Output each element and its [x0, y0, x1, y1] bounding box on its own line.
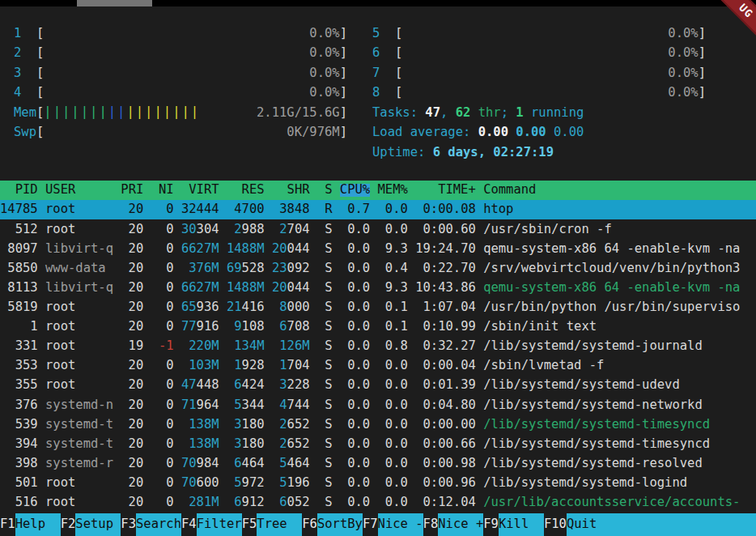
res-cell: 21416 — [227, 301, 265, 314]
process-row[interactable]: 512root2003030429882704S0.00.00:00.60/us… — [0, 219, 756, 239]
fkey-label-kill[interactable]: Kill — [499, 513, 544, 536]
cpu-percent-cell: 0.0 — [340, 496, 370, 509]
load-average-line-segment: 0.00 — [516, 126, 546, 139]
fkey-label-tree[interactable]: Tree — [257, 513, 302, 536]
fkey-f5[interactable]: F5 — [242, 513, 257, 536]
fkey-f8[interactable]: F8 — [423, 513, 439, 536]
virt-cell: 30304 — [181, 223, 219, 236]
virt-magnitude: 32 — [181, 202, 197, 216]
memory-meter: Mem[|||||||||||||||||2.11G/15.6G] — [14, 103, 347, 123]
fkey-label-nice-[interactable]: Nice + — [438, 513, 483, 536]
shr-cell: 23092 — [272, 262, 310, 275]
col-header-pri[interactable]: PRI — [121, 184, 143, 197]
fkey-f7[interactable]: F7 — [363, 513, 378, 536]
fkey-label-filter[interactable]: Filter — [197, 513, 242, 536]
time-cell: 0:00.66 — [408, 438, 483, 451]
cpu-percent-cell: 0.0 — [340, 457, 370, 470]
col-header-shr[interactable]: SHR — [272, 184, 310, 197]
virt-cell: 65936 — [181, 301, 219, 314]
virt-magnitude: 70 — [181, 475, 197, 490]
mem-percent-cell: 0.0 — [378, 438, 408, 451]
process-row[interactable]: 5850www-data200376M6952823092S0.00.40:22… — [0, 258, 756, 278]
res-remainder: 912 — [242, 495, 265, 509]
fkey-f9[interactable]: F9 — [483, 513, 499, 536]
process-row[interactable]: 5819root20065936214168000S0.00.11:07.04/… — [0, 298, 756, 317]
fkey-f3[interactable]: F3 — [121, 513, 136, 536]
process-row[interactable]: 394systemd-t200138M31802652S0.00.00:00.6… — [0, 435, 756, 454]
process-row[interactable]: 331root19-1220M134M126MS0.00.80:32.27/li… — [0, 337, 756, 356]
state-cell: S — [317, 379, 333, 392]
col-header-res[interactable]: RES — [227, 184, 265, 197]
fkey-f6[interactable]: F6 — [302, 513, 317, 536]
tasks-line-segment: running — [524, 107, 584, 120]
col-header-cpu[interactable]: CPU% — [340, 184, 370, 197]
col-header-mem[interactable]: MEM% — [378, 184, 408, 197]
meter-open-bracket: [ — [36, 126, 44, 139]
meter-close-bracket: ] — [340, 126, 347, 139]
col-header-virt[interactable]: VIRT — [181, 184, 219, 197]
fkey-label-search[interactable]: Search — [136, 513, 181, 536]
col-header-s[interactable]: S — [317, 184, 333, 197]
shr-magnitude: 6 — [279, 319, 287, 334]
col-header-user[interactable]: USER — [45, 184, 113, 197]
shr-cell: 3228 — [272, 379, 310, 392]
fkey-f4[interactable]: F4 — [181, 513, 197, 536]
fkey-label-sortby[interactable]: SortBy — [317, 513, 363, 536]
process-row[interactable]: 539systemd-t200138M31802652S0.00.00:00.0… — [0, 415, 756, 434]
load-average-line-segment: 0.00 — [478, 126, 508, 139]
process-row[interactable]: 8113libvirt-q2006627M1488M20044S0.09.310… — [0, 279, 756, 298]
command-cell: /lib/systemd/systemd-timesyncd — [483, 419, 756, 432]
res-cell: 2988 — [227, 223, 265, 236]
state-cell: R — [317, 203, 333, 216]
process-row[interactable]: 1root2007791691086708S0.00.10:10.99/sbin… — [0, 317, 756, 337]
mem-percent-cell: 0.0 — [378, 496, 408, 509]
meter-open-bracket: [ — [36, 87, 44, 100]
col-header-cmd[interactable]: Command — [483, 184, 756, 197]
virt-remainder: 916 — [197, 319, 219, 334]
cpu-meter-4-fill: 0.0% — [44, 87, 339, 100]
virt-magnitude: 103M — [189, 358, 219, 372]
fkey-f10[interactable]: F10 — [544, 513, 567, 536]
process-row[interactable]: 355root2004744864243228S0.00.00:01.39/li… — [0, 376, 756, 395]
cpu-meter-8: 8[0.0%] — [372, 83, 706, 104]
virt-remainder: 964 — [197, 398, 219, 412]
uptime-line-segment: 6 days, 02:27:19 — [433, 147, 554, 160]
cpu-percent-cell: 0.0 — [340, 321, 370, 334]
col-header-ni[interactable]: NI — [151, 184, 174, 197]
shr-cell: 1704 — [272, 359, 310, 372]
mem-bar-cache: | — [154, 105, 163, 120]
shr-remainder: 652 — [287, 417, 310, 432]
time-cell: 0:00.00 — [408, 419, 483, 432]
user-cell: root — [45, 359, 113, 372]
fkey-label-quit[interactable]: Quit — [567, 513, 756, 536]
window-tab[interactable] — [77, 0, 152, 6]
fkey-f2[interactable]: F2 — [61, 513, 76, 536]
swap-meter-fill: 0K/976M — [44, 126, 339, 139]
shr-magnitude: 5 — [279, 475, 287, 490]
process-row[interactable]: 501root2007060059725196S0.00.00:00.96/li… — [0, 474, 756, 493]
col-header-time[interactable]: TIME+ — [408, 184, 483, 197]
process-row[interactable]: 516root200281M69126052S0.00.00:12.04/usr… — [0, 493, 756, 513]
res-magnitude: 1 — [234, 358, 241, 372]
res-remainder: 528 — [242, 261, 265, 275]
fkey-f1[interactable]: F1 — [0, 513, 15, 536]
cpu-meter-5-fill: 0.0% — [402, 28, 698, 40]
col-header-pid[interactable]: PID — [0, 184, 38, 197]
fkey-label-help[interactable]: Help — [15, 513, 61, 536]
fkey-label-nice-[interactable]: Nice - — [378, 513, 423, 536]
shr-cell: 20044 — [272, 243, 310, 256]
process-row[interactable]: 353root200103M19281704S0.00.00:00.04/sbi… — [0, 356, 756, 376]
process-row[interactable]: 398systemd-r2007098464645464S0.00.00:00.… — [0, 454, 756, 474]
virt-remainder: 984 — [197, 456, 219, 470]
mem-bar-cache: | — [145, 105, 154, 120]
priority-cell: 20 — [121, 419, 143, 432]
cpu-meter-5-value: 0.0% — [668, 28, 698, 40]
process-row[interactable]: 376systemd-n2007196453444744S0.00.00:04.… — [0, 395, 756, 415]
fkey-label-setup[interactable]: Setup — [75, 513, 121, 536]
res-cell: 9108 — [227, 321, 265, 334]
swap-meter-value: 0K/976M — [287, 126, 339, 139]
process-row[interactable]: 8097libvirt-q2006627M1488M20044S0.09.319… — [0, 239, 756, 258]
process-row[interactable]: 14785root2003244447003848R0.70.00:00.08h… — [0, 200, 756, 219]
meter-open-bracket: [ — [36, 28, 44, 40]
command-cell: htop — [483, 203, 756, 216]
